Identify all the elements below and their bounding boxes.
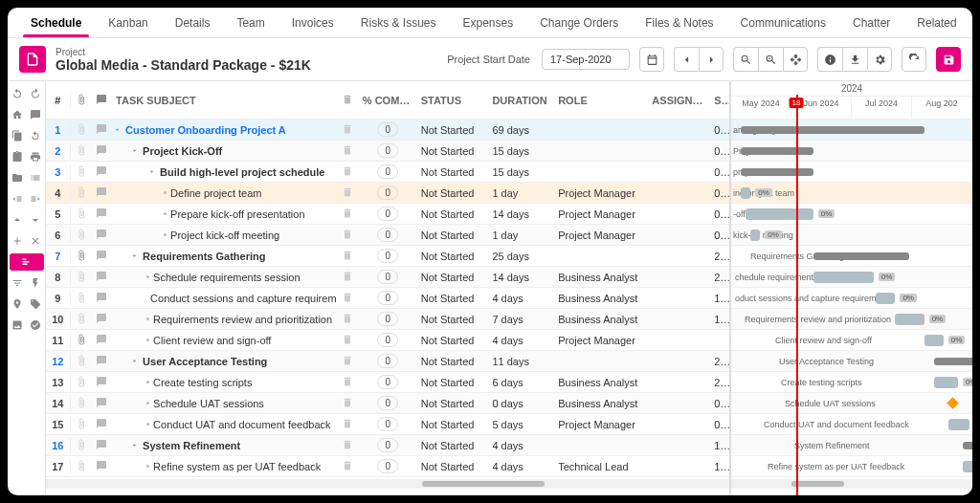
tab-related[interactable]: Related — [903, 8, 969, 37]
refresh-button[interactable] — [902, 47, 926, 72]
task-cell[interactable]: Project Kick-Off — [112, 143, 336, 159]
delete-button[interactable] — [336, 227, 359, 244]
percent-cell[interactable]: 0 — [359, 310, 417, 328]
duration-cell[interactable]: 14 days — [488, 207, 554, 222]
delete-button[interactable] — [336, 458, 359, 475]
duration-cell[interactable]: 15 days — [488, 164, 554, 180]
gantt-bar[interactable] — [924, 335, 944, 346]
percent-cell[interactable]: 0 — [359, 120, 417, 139]
comment-icon[interactable] — [91, 437, 112, 454]
attachment-icon[interactable] — [71, 227, 92, 244]
zoom-out-button[interactable] — [733, 47, 758, 72]
comment-icon[interactable] — [27, 106, 44, 123]
percent-cell[interactable]: 0 — [359, 268, 417, 286]
print-icon[interactable] — [27, 148, 44, 165]
task-row[interactable]: 11Client review and sign-off0Not Started… — [46, 330, 729, 351]
chevron-down-icon[interactable] — [129, 357, 139, 366]
delete-button[interactable] — [336, 332, 359, 349]
clipboard-icon[interactable] — [9, 148, 26, 165]
close-icon[interactable] — [27, 232, 44, 250]
comment-icon[interactable] — [91, 416, 112, 433]
gantt-bar[interactable] — [876, 293, 895, 304]
status-cell[interactable]: Not Started — [417, 228, 489, 243]
chevron-down-icon[interactable] — [129, 441, 139, 450]
delete-button[interactable] — [336, 121, 359, 139]
delete-button[interactable] — [336, 164, 359, 181]
col-comment[interactable] — [91, 92, 112, 109]
percent-cell[interactable]: 0 — [359, 289, 417, 307]
percent-cell[interactable]: 0 — [359, 226, 417, 244]
gantt-bar[interactable] — [963, 442, 972, 449]
comment-icon[interactable] — [91, 290, 112, 307]
attachment-icon[interactable] — [71, 311, 92, 328]
delete-button[interactable] — [336, 142, 359, 160]
percent-cell[interactable]: 0 — [359, 142, 417, 160]
task-cell[interactable]: Create testing scripts — [112, 375, 336, 390]
gantt-bar[interactable] — [750, 230, 760, 241]
start-date-input[interactable]: 17-Sep-2020 — [542, 49, 630, 70]
role-cell[interactable]: Project Manager — [554, 417, 648, 432]
gantt-bar[interactable] — [813, 252, 910, 260]
percent-cell[interactable]: 0 — [359, 373, 417, 391]
comment-icon[interactable] — [91, 374, 112, 391]
gantt-bar[interactable] — [746, 208, 813, 220]
gantt-row[interactable]: arding Project A — [731, 120, 972, 141]
comment-icon[interactable] — [91, 311, 112, 328]
task-cell[interactable]: Requirements review and prioritization — [112, 312, 336, 327]
attachment-icon[interactable] — [71, 353, 92, 370]
tab-change-orders[interactable]: Change Orders — [526, 8, 632, 37]
status-cell[interactable]: Not Started — [417, 249, 489, 264]
task-row[interactable]: 17Refine system as per UAT feedback0Not … — [46, 456, 729, 477]
tab-schedule[interactable]: Schedule — [17, 8, 95, 37]
task-cell[interactable]: Requirements Gathering — [112, 249, 336, 264]
duration-cell[interactable]: 69 days — [488, 122, 554, 138]
task-row[interactable]: 10Requirements review and prioritization… — [46, 309, 729, 330]
gantt-bar[interactable] — [741, 147, 813, 155]
attachment-icon[interactable] — [71, 437, 92, 454]
status-cell[interactable]: Not Started — [417, 164, 489, 180]
task-cell[interactable]: Prepare kick-off presentation — [112, 207, 336, 222]
gantt-bar[interactable] — [963, 461, 972, 472]
assigned-cell[interactable] — [648, 212, 710, 216]
role-cell[interactable] — [554, 360, 648, 363]
gantt-row[interactable]: kick-off meeting0% — [731, 225, 972, 246]
col-delete[interactable] — [336, 92, 359, 109]
percent-cell[interactable]: 0 — [359, 184, 417, 202]
role-cell[interactable]: Project Manager — [554, 333, 648, 348]
percent-cell[interactable]: 0 — [359, 331, 417, 349]
plus-icon[interactable] — [9, 232, 26, 250]
next-button[interactable] — [699, 47, 724, 72]
delete-button[interactable] — [336, 437, 359, 454]
task-row[interactable]: 3Build high-level project schedule0Not S… — [46, 162, 729, 183]
role-cell[interactable]: Business Analyst — [554, 312, 648, 327]
gantt-bar[interactable] — [934, 377, 958, 388]
attachment-icon[interactable] — [71, 185, 92, 202]
col-status[interactable]: STATUS — [417, 93, 489, 108]
duration-cell[interactable]: 6 days — [488, 375, 554, 390]
task-row[interactable]: 9Conduct sessions and capture requiremen… — [46, 288, 729, 309]
location-icon[interactable] — [9, 295, 26, 313]
attachment-icon[interactable] — [71, 374, 92, 391]
task-cell[interactable]: Client review and sign-off — [112, 333, 336, 348]
task-cell[interactable]: Project kick-off meeting — [112, 228, 336, 243]
assigned-cell[interactable] — [648, 254, 710, 258]
comment-icon[interactable] — [91, 121, 112, 139]
assigned-cell[interactable] — [648, 233, 710, 237]
duration-cell[interactable]: 14 days — [488, 270, 554, 285]
task-row[interactable]: 4Define project team0Not Started1 dayPro… — [46, 183, 729, 204]
comment-icon[interactable] — [91, 185, 112, 202]
duration-cell[interactable]: 5 days — [488, 417, 554, 432]
delete-button[interactable] — [336, 290, 359, 307]
comment-icon[interactable] — [91, 164, 112, 181]
duration-cell[interactable]: 0 days — [488, 396, 554, 411]
gantt-row[interactable]: Conduct UAT and document feedback0% — [731, 414, 972, 435]
download-button[interactable] — [842, 47, 867, 72]
status-cell[interactable]: Not Started — [417, 396, 489, 411]
task-cell[interactable]: Conduct sessions and capture requirement… — [112, 291, 336, 306]
comment-icon[interactable] — [91, 332, 112, 349]
task-cell[interactable]: Refine system as per UAT feedback — [112, 459, 336, 474]
grid-scrollbar[interactable] — [46, 479, 729, 489]
expand-up-icon[interactable] — [9, 211, 26, 229]
tab-files-notes[interactable]: Files & Notes — [632, 8, 726, 37]
attachment-icon[interactable] — [71, 206, 92, 223]
